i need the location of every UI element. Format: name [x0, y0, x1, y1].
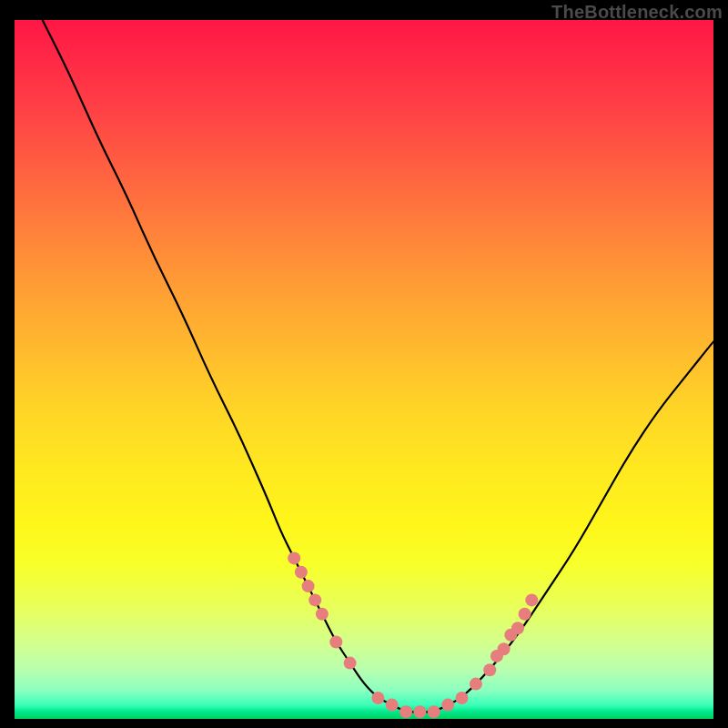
chart-frame: [15, 20, 713, 719]
chart-gradient-background: [15, 20, 713, 719]
